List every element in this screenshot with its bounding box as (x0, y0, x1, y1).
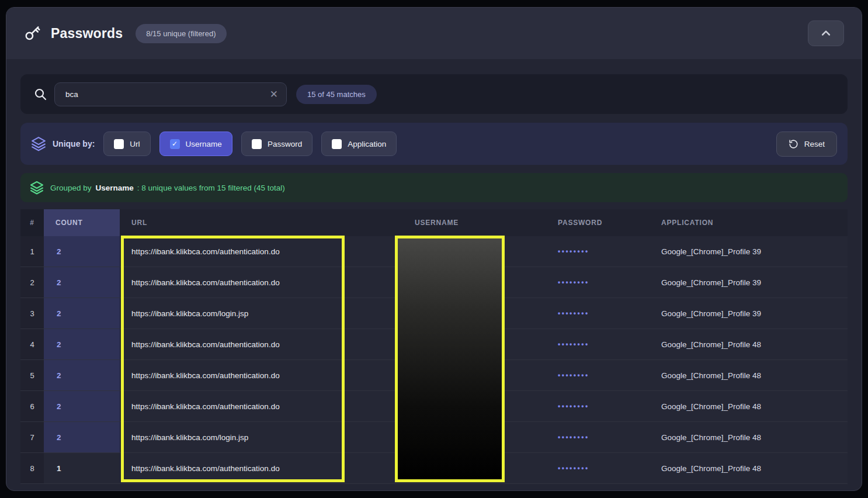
grouped-by-summary: : 8 unique values from 15 filtered (45 t… (137, 184, 285, 192)
row-username (403, 422, 546, 452)
table-body: 1 2 https://ibank.klikbca.com/authentica… (20, 236, 848, 484)
row-application: Google_[Chrome]_Profile 48 (650, 422, 848, 452)
row-application: Google_[Chrome]_Profile 48 (650, 329, 848, 359)
option-label: Application (348, 140, 386, 148)
row-index: 1 (20, 236, 44, 267)
row-application: Google_[Chrome]_Profile 39 (650, 236, 848, 267)
panel-header: Passwords 8/15 unique (filtered) (6, 8, 862, 59)
option-label: Username (186, 140, 222, 148)
row-url: https://ibank.klikbca.com/authentication… (120, 329, 403, 359)
grouped-by-prefix: Grouped by (50, 184, 92, 192)
row-password: •••••••• (546, 360, 650, 390)
row-index: 8 (20, 453, 44, 483)
unique-by-section: Unique by: ✓ Url ✓ Username ✓ Password ✓… (20, 123, 848, 165)
unique-by-label: Unique by: (53, 139, 95, 148)
row-url: https://ibank.klikbca.com/authentication… (120, 391, 403, 421)
unique-option-username[interactable]: ✓ Username (159, 132, 232, 156)
row-url: https://ibank.klikbca.com/login.jsp (120, 422, 403, 452)
column-header-url[interactable]: URL (120, 209, 403, 236)
checkbox-icon: ✓ (114, 139, 124, 149)
search-input[interactable]: bca ✕ (54, 82, 287, 106)
row-url: https://ibank.klikbca.com/authentication… (120, 236, 403, 267)
row-password: •••••••• (546, 329, 650, 359)
row-password: •••••••• (546, 422, 650, 452)
row-password: •••••••• (546, 453, 650, 483)
row-count: 2 (44, 236, 120, 267)
search-value: bca (65, 90, 78, 99)
matches-badge: 15 of 45 matches (296, 85, 377, 104)
passwords-panel: Passwords 8/15 unique (filtered) bca ✕ 1… (6, 7, 862, 491)
row-count: 2 (44, 360, 120, 390)
row-count: 2 (44, 298, 120, 328)
table-row[interactable]: 5 2 https://ibank.klikbca.com/authentica… (20, 360, 848, 391)
row-index: 4 (20, 329, 44, 359)
grouped-by-field: Username (96, 184, 134, 192)
row-index: 6 (20, 391, 44, 421)
checkbox-icon: ✓ (170, 139, 180, 149)
row-url: https://ibank.klikbca.com/authentication… (120, 360, 403, 390)
table-row[interactable]: 6 2 https://ibank.klikbca.com/authentica… (20, 391, 848, 422)
search-section: bca ✕ 15 of 45 matches (20, 74, 848, 114)
row-count: 2 (44, 422, 120, 452)
page-title: Passwords (51, 26, 123, 42)
row-password: •••••••• (546, 391, 650, 421)
unique-option-application[interactable]: ✓ Application (321, 132, 397, 156)
row-count: 2 (44, 329, 120, 359)
row-url: https://ibank.klikbca.com/authentication… (120, 453, 403, 483)
row-index: 2 (20, 267, 44, 298)
column-header-password[interactable]: PASSWORD (546, 209, 650, 236)
reset-label: Reset (804, 140, 825, 148)
column-header-index[interactable]: # (20, 209, 44, 236)
row-username (403, 391, 546, 421)
row-index: 7 (20, 422, 44, 452)
table-row[interactable]: 7 2 https://ibank.klikbca.com/login.jsp … (20, 422, 848, 453)
row-count: 1 (44, 453, 120, 483)
row-username (403, 453, 546, 483)
column-header-application[interactable]: APPLICATION (650, 209, 848, 236)
table-row[interactable]: 3 2 https://ibank.klikbca.com/login.jsp … (20, 298, 848, 329)
column-header-username[interactable]: USERNAME (403, 209, 546, 236)
table-header: # COUNT URL USERNAME PASSWORD APPLICATIO… (20, 209, 848, 236)
unique-count-badge: 8/15 unique (filtered) (136, 24, 226, 43)
reset-button[interactable]: Reset (776, 132, 837, 157)
table-row[interactable]: 4 2 https://ibank.klikbca.com/authentica… (20, 329, 848, 360)
row-username (403, 360, 546, 390)
column-header-count[interactable]: COUNT (44, 209, 120, 236)
row-username (403, 329, 546, 359)
row-index: 5 (20, 360, 44, 390)
row-username (403, 267, 546, 298)
option-label: Password (268, 140, 302, 148)
row-password: •••••••• (546, 236, 650, 267)
row-password: •••••••• (546, 267, 650, 298)
row-application: Google_[Chrome]_Profile 39 (650, 298, 848, 328)
option-label: Url (130, 140, 140, 148)
table-row[interactable]: 2 2 https://ibank.klikbca.com/authentica… (20, 267, 848, 298)
layers-icon-green (30, 181, 44, 195)
row-username (403, 236, 546, 267)
reset-icon (789, 139, 798, 149)
unique-option-password[interactable]: ✓ Password (241, 132, 313, 156)
key-icon (24, 25, 41, 42)
row-count: 2 (44, 267, 120, 298)
row-url: https://ibank.klikbca.com/login.jsp (120, 298, 403, 328)
table-row[interactable]: 8 1 https://ibank.klikbca.com/authentica… (20, 453, 848, 484)
clear-search-icon[interactable]: ✕ (270, 89, 278, 99)
row-count: 2 (44, 391, 120, 421)
row-application: Google_[Chrome]_Profile 48 (650, 360, 848, 390)
search-icon (33, 87, 47, 101)
collapse-button[interactable] (808, 20, 844, 46)
checkbox-icon: ✓ (252, 139, 262, 149)
row-username (403, 298, 546, 328)
row-index: 3 (20, 298, 44, 328)
row-application: Google_[Chrome]_Profile 39 (650, 267, 848, 298)
table-row[interactable]: 1 2 https://ibank.klikbca.com/authentica… (20, 236, 848, 267)
layers-icon (31, 136, 46, 151)
grouped-by-bar: Grouped by Username : 8 unique values fr… (20, 173, 848, 202)
unique-option-url[interactable]: ✓ Url (103, 132, 150, 156)
row-application: Google_[Chrome]_Profile 48 (650, 391, 848, 421)
checkbox-icon: ✓ (332, 139, 342, 149)
row-url: https://ibank.klikbca.com/authentication… (120, 267, 403, 298)
row-application: Google_[Chrome]_Profile 48 (650, 453, 848, 483)
passwords-table: # COUNT URL USERNAME PASSWORD APPLICATIO… (20, 209, 848, 484)
row-password: •••••••• (546, 298, 650, 328)
